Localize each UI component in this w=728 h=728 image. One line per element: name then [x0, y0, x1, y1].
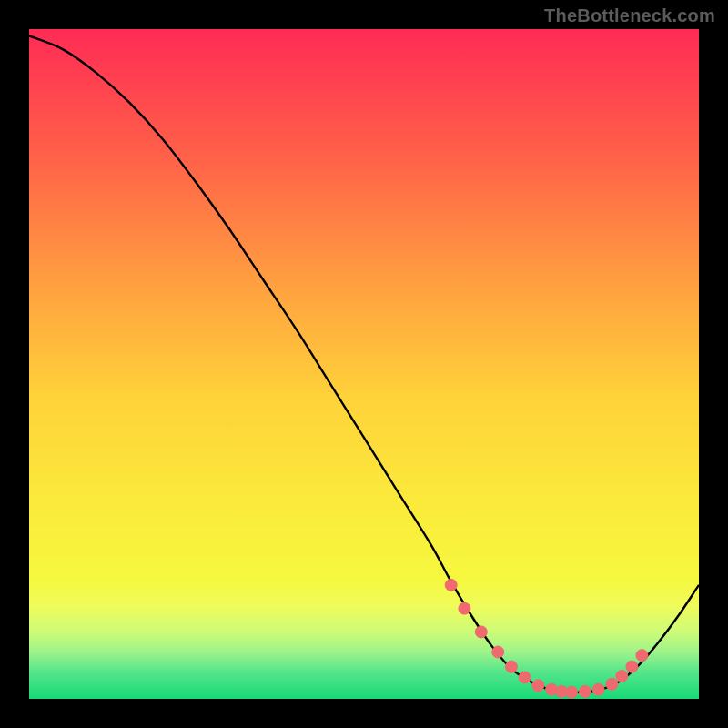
- marker-dot: [475, 626, 487, 638]
- marker-dot: [606, 678, 618, 690]
- marker-dot: [626, 661, 638, 672]
- bottleneck-chart: [0, 0, 728, 728]
- marker-dot: [445, 579, 457, 591]
- marker-dot: [492, 646, 504, 658]
- chart-frame: { "attribution": "TheBottleneck.com", "p…: [0, 0, 728, 728]
- plot-background: [29, 29, 699, 699]
- marker-dot: [592, 683, 604, 695]
- marker-dot: [579, 685, 591, 697]
- marker-dot: [532, 680, 544, 692]
- marker-dot: [636, 650, 648, 662]
- marker-dot: [566, 686, 578, 698]
- marker-dot: [616, 670, 628, 682]
- marker-dot: [505, 661, 517, 672]
- marker-dot: [459, 602, 470, 614]
- attribution-watermark: TheBottleneck.com: [544, 5, 715, 26]
- marker-dot: [519, 672, 531, 683]
